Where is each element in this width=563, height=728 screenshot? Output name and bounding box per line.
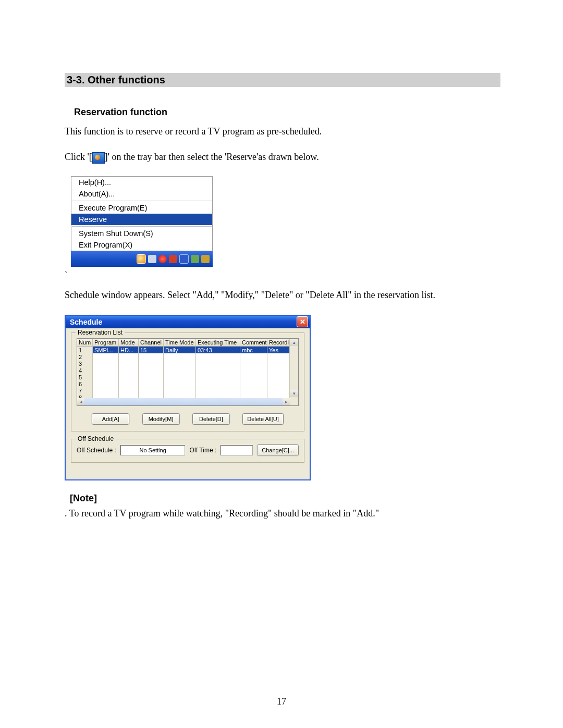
off-schedule-value: No Setting <box>120 445 186 455</box>
modify-button[interactable]: Modify[M] <box>142 413 180 425</box>
list-row[interactable]: 3 <box>77 360 298 367</box>
scroll-right-icon[interactable]: ▸ <box>283 398 290 405</box>
subsection-heading: Reservation function <box>74 107 500 118</box>
col-program[interactable]: Program <box>93 339 119 346</box>
vertical-scrollbar[interactable]: ▴ ▾ <box>289 339 298 398</box>
schedule-instruction: Schedule window appears. Select "Add," "… <box>65 289 500 302</box>
list-row[interactable]: 7 <box>77 387 298 394</box>
note-text: . To record a TV program while watching,… <box>65 507 500 520</box>
col-comment[interactable]: Comment <box>240 339 267 346</box>
delete-button[interactable]: Delete[D] <box>192 413 230 425</box>
menu-item-execute[interactable]: Execute Program(E) <box>71 202 212 214</box>
section-heading: 3-3. Other functions <box>65 73 500 87</box>
intro-text: This function is to reserve or record a … <box>65 125 500 138</box>
col-exectime[interactable]: Executing Time <box>196 339 240 346</box>
horizontal-scrollbar[interactable]: ◂ ▸ <box>77 398 290 405</box>
cell-comment: mbc <box>240 347 267 353</box>
reservation-list-group: Reservation List Num Program Mode Channe… <box>71 332 304 431</box>
note-heading: [Note] <box>70 493 500 504</box>
cell-num: 6 <box>77 380 93 387</box>
col-num[interactable]: Num <box>77 339 93 346</box>
tray-stop-icon[interactable] <box>158 255 167 263</box>
list-row[interactable]: 5 <box>77 374 298 380</box>
context-menu-illustration: Help(H)... About(A)... Execute Program(E… <box>71 176 213 267</box>
tray-shield-icon[interactable] <box>169 255 177 263</box>
schedule-window: Schedule ✕ Reservation List Num Program … <box>65 315 311 480</box>
cell-program: SMPl... <box>93 347 119 353</box>
cell-num: 7 <box>77 387 93 394</box>
window-title: Schedule <box>70 318 102 326</box>
menu-item-help[interactable]: Help(H)... <box>71 177 212 188</box>
cell-num: 4 <box>77 367 93 374</box>
scroll-left-icon[interactable]: ◂ <box>77 398 84 405</box>
click-text-post: ]' on the tray bar then select the 'Rese… <box>105 152 319 162</box>
menu-separator <box>72 226 212 227</box>
list-row[interactable]: 4 <box>77 367 298 374</box>
off-schedule-group: Off Schedule Off Schedule : No Setting O… <box>71 439 304 463</box>
list-row[interactable]: 6 <box>77 380 298 387</box>
document-page: 3-3. Other functions Reservation functio… <box>0 0 563 728</box>
taskbar <box>71 251 213 267</box>
tray-gear-icon[interactable] <box>191 255 199 263</box>
cell-channel: 15 <box>139 347 164 353</box>
off-schedule-legend: Off Schedule <box>76 435 116 442</box>
off-time-value <box>221 445 253 455</box>
list-header: Num Program Mode Channel Time Mode Execu… <box>77 339 298 347</box>
cell-timemode: Daily <box>164 347 196 353</box>
menu-item-shutdown[interactable]: System Shut Down(S) <box>71 228 212 239</box>
menu-separator <box>72 201 212 201</box>
titlebar[interactable]: Schedule ✕ <box>66 316 310 328</box>
menu-item-exit[interactable]: Exit Program(X) <box>71 239 212 251</box>
delete-all-button[interactable]: Delete All[U] <box>242 413 284 425</box>
list-row[interactable]: 2 <box>77 353 298 360</box>
tray-misc-icon[interactable] <box>201 255 210 263</box>
scroll-up-icon[interactable]: ▴ <box>290 339 298 346</box>
menu-item-about[interactable]: About(A)... <box>71 188 212 200</box>
list-row[interactable]: 1 SMPl... HD... 15 Daily 03:43 mbc Yes <box>77 347 298 353</box>
window-body: Reservation List Num Program Mode Channe… <box>66 328 310 479</box>
scroll-down-icon[interactable]: ▾ <box>290 390 298 397</box>
add-button[interactable]: Add[A] <box>92 413 129 425</box>
cell-exectime: 03:43 <box>196 347 240 353</box>
tray-display-icon[interactable] <box>179 254 189 264</box>
off-time-label: Off Time : <box>189 447 216 454</box>
menu-item-reserve[interactable]: Reserve <box>71 214 212 225</box>
scroll-corner <box>290 398 298 405</box>
close-icon: ✕ <box>300 318 305 325</box>
cell-num: 2 <box>77 353 93 360</box>
tray-sound-icon[interactable] <box>148 255 156 263</box>
close-button[interactable]: ✕ <box>297 316 308 327</box>
context-menu: Help(H)... About(A)... Execute Program(E… <box>71 176 213 251</box>
cell-mode: HD... <box>119 347 139 353</box>
off-schedule-row: Off Schedule : No Setting Off Time : Cha… <box>77 445 299 456</box>
cell-num: 1 <box>77 347 93 353</box>
caption-tick: ` <box>65 270 67 279</box>
list-rows: 1 SMPl... HD... 15 Daily 03:43 mbc Yes 2… <box>77 347 298 406</box>
tray-icon <box>92 152 105 164</box>
click-instruction: Click '[]' on the tray bar then select t… <box>65 151 500 164</box>
click-text-pre: Click '[ <box>65 152 92 162</box>
reservation-listview[interactable]: Num Program Mode Channel Time Mode Execu… <box>77 338 299 406</box>
col-channel[interactable]: Channel <box>139 339 164 346</box>
scroll-thumb[interactable] <box>290 346 298 390</box>
col-mode[interactable]: Mode <box>119 339 139 346</box>
change-button[interactable]: Change[C]... <box>257 445 299 456</box>
reservation-list-legend: Reservation List <box>76 329 125 336</box>
page-number: 17 <box>0 696 563 707</box>
cell-num: 5 <box>77 374 93 380</box>
tray-app-icon[interactable] <box>137 254 146 264</box>
col-timemode[interactable]: Time Mode <box>164 339 196 346</box>
button-row: Add[A] Modify[M] Delete[D] Delete All[U] <box>77 406 299 425</box>
cell-num: 3 <box>77 360 93 367</box>
off-schedule-label: Off Schedule : <box>77 447 116 454</box>
